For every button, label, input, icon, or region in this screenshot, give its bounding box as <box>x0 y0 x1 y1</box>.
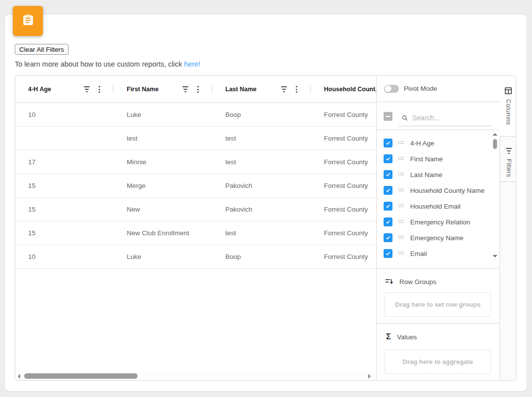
grid-cell[interactable]: Forrest County <box>311 174 376 197</box>
grid-cell[interactable]: Pakovich <box>213 174 311 197</box>
select-all-columns-checkbox[interactable] <box>384 112 392 121</box>
column-header-4-h-age[interactable]: 4-H Age <box>15 75 114 103</box>
table-row[interactable]: 10LukeBoopForrest County <box>15 103 376 127</box>
horizontal-scrollbar[interactable] <box>15 372 376 380</box>
column-visibility-checkbox[interactable] <box>384 186 392 195</box>
filter-icon[interactable] <box>182 86 188 93</box>
horizontal-scrollbar-thumb[interactable] <box>24 373 138 379</box>
table-row[interactable]: testtestForrest County <box>15 127 376 150</box>
values-section: Σ Values Drag here to aggregate <box>377 323 499 381</box>
column-visibility-checkbox[interactable] <box>384 233 392 242</box>
column-header-household-count-[interactable]: Household Count... <box>311 75 376 103</box>
grid-cell[interactable]: Forrest County <box>311 245 376 268</box>
column-list-item: Emergency Name <box>377 230 499 246</box>
table-row[interactable]: 15NewPakovichForrest County <box>15 198 376 221</box>
help-link[interactable]: here! <box>184 60 200 68</box>
drag-handle-icon[interactable] <box>398 141 404 145</box>
tab-filters[interactable]: Filters <box>500 137 516 182</box>
checkmark-icon <box>385 235 391 241</box>
filter-icon[interactable] <box>281 86 287 93</box>
drag-handle-icon[interactable] <box>398 173 404 177</box>
vertical-scrollbar[interactable] <box>493 132 497 264</box>
table-row[interactable]: 15MergePakovichForrest County <box>15 174 376 198</box>
column-menu-icon[interactable] <box>295 85 298 93</box>
grid-header: 4-H AgeFirst NameLast NameHousehold Coun… <box>15 75 376 103</box>
row-groups-dropzone[interactable]: Drag here to set row groups <box>385 292 491 317</box>
table-row[interactable]: 15New Club EnrollmenttestForrest County <box>15 221 376 245</box>
grid-cell[interactable]: Merge <box>114 174 213 197</box>
column-header-first-name[interactable]: First Name <box>114 75 213 103</box>
grid-cell[interactable]: Forrest County <box>311 127 376 150</box>
column-visibility-checkbox[interactable] <box>384 139 392 147</box>
drag-handle-icon[interactable] <box>398 252 404 255</box>
values-dropzone[interactable]: Drag here to aggregate <box>385 350 491 374</box>
grid-cell[interactable]: New <box>114 198 213 221</box>
scroll-up-arrow-icon[interactable] <box>493 133 497 136</box>
grid-cell[interactable]: Boop <box>213 103 311 126</box>
grid-cell[interactable]: test <box>213 221 311 245</box>
row-groups-label: Row Groups <box>399 278 436 286</box>
grid-cell[interactable]: 15 <box>15 198 114 221</box>
grid-cell[interactable] <box>15 127 114 150</box>
grid-cell[interactable]: Luke <box>114 103 213 126</box>
grid-cell[interactable]: 17 <box>15 150 114 174</box>
header-separator[interactable] <box>113 85 113 93</box>
column-menu-icon[interactable] <box>98 85 101 93</box>
indeterminate-icon <box>386 116 390 117</box>
drag-handle-icon[interactable] <box>398 220 404 224</box>
drag-handle-icon[interactable] <box>398 236 404 240</box>
column-visibility-checkbox[interactable] <box>384 170 392 179</box>
header-separator[interactable] <box>212 85 212 93</box>
column-header-last-name[interactable]: Last Name <box>213 75 311 103</box>
grid-cell[interactable]: Forrest County <box>311 221 376 245</box>
grid-cell[interactable]: test <box>114 127 213 150</box>
drag-handle-icon[interactable] <box>398 204 404 208</box>
grid-cell[interactable]: 10 <box>15 245 114 268</box>
clear-all-filters-button[interactable]: Clear All Filters <box>15 44 69 55</box>
sigma-icon: Σ <box>386 332 391 342</box>
column-menu-icon[interactable] <box>197 85 199 93</box>
grid-cell[interactable]: Boop <box>213 245 311 268</box>
grid-cell[interactable]: Forrest County <box>311 150 376 174</box>
grid-cell[interactable]: Pakovich <box>213 198 311 221</box>
grid-cell[interactable]: Forrest County <box>311 103 376 126</box>
tab-columns[interactable]: Columns <box>499 75 516 137</box>
filter-icon[interactable] <box>84 86 90 93</box>
grid-cell[interactable]: Forrest County <box>311 198 376 221</box>
table-row[interactable]: 17MinnietestForrest County <box>15 150 376 174</box>
header-separator[interactable] <box>310 85 311 93</box>
column-visibility-checkbox[interactable] <box>384 249 392 258</box>
scroll-right-arrow-icon[interactable] <box>368 374 371 379</box>
column-item-label: First Name <box>410 155 443 163</box>
scroll-down-arrow-icon[interactable] <box>493 255 497 257</box>
data-grid: 4-H AgeFirst NameLast NameHousehold Coun… <box>15 75 516 381</box>
grid-cell[interactable]: 15 <box>15 174 114 197</box>
checkmark-icon <box>385 187 391 193</box>
column-list-item: 4-H Age <box>377 135 499 151</box>
grid-cell[interactable]: New Club Enrollment <box>114 221 213 245</box>
grid-cell[interactable]: 10 <box>15 103 114 126</box>
checkmark-icon <box>385 251 391 256</box>
column-visibility-checkbox[interactable] <box>384 217 392 226</box>
toggle-knob-icon <box>385 85 391 92</box>
column-visibility-checkbox[interactable] <box>384 202 392 211</box>
column-item-label: Emergency Relation <box>410 218 470 226</box>
grid-cell[interactable]: 15 <box>15 221 114 245</box>
checkmark-icon <box>385 172 391 178</box>
row-groups-section: Row Groups Drag here to set row groups <box>377 268 499 323</box>
grid-cell[interactable]: Luke <box>114 245 213 268</box>
drag-handle-icon[interactable] <box>398 157 404 161</box>
column-visibility-checkbox[interactable] <box>384 154 392 163</box>
table-row[interactable]: 10LukeBoopForrest County <box>15 245 376 269</box>
grid-cell[interactable]: Minnie <box>114 150 213 174</box>
pivot-mode-toggle[interactable] <box>384 85 399 93</box>
scroll-left-arrow-icon[interactable] <box>18 374 20 379</box>
column-item-label: Last Name <box>410 171 442 179</box>
grid-cell[interactable]: test <box>213 150 311 174</box>
grid-cell[interactable]: test <box>213 127 311 150</box>
drag-handle-icon[interactable] <box>398 188 404 192</box>
report-fab-button[interactable] <box>13 6 43 36</box>
vertical-scrollbar-thumb[interactable] <box>493 139 497 149</box>
column-search-input[interactable] <box>412 114 486 122</box>
pivot-mode-row: Pivot Mode <box>377 75 499 102</box>
